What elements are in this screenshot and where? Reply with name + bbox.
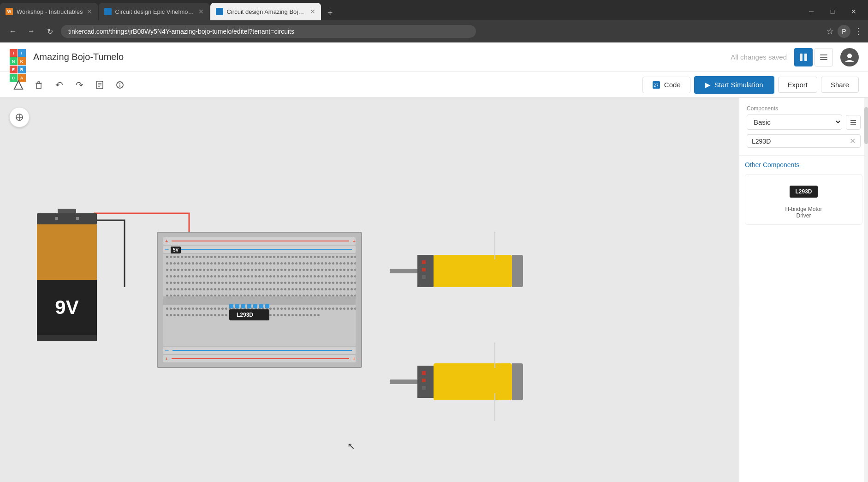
tab-workshop-label: Workshop - Instructables: [17, 8, 83, 15]
logo-t: T: [10, 49, 18, 57]
inspector-icon: [115, 80, 125, 90]
schematic-view-button[interactable]: [794, 48, 813, 66]
svg-point-5: [847, 54, 852, 58]
canvas-area[interactable]: 9V + + ─ 5V: [0, 98, 739, 482]
motor-1-shaft-left: [390, 269, 417, 273]
close-button[interactable]: ✕: [843, 3, 864, 20]
sidebar-scrollbar[interactable]: [864, 98, 868, 482]
l293d-component-card[interactable]: L293D H-bridge MotorDriver: [745, 174, 862, 225]
battery-black-body: 9V: [37, 280, 97, 335]
other-components-label: Other Components: [745, 161, 862, 169]
motor-1[interactable]: [390, 255, 523, 287]
user-avatar[interactable]: [840, 48, 859, 66]
delete-button[interactable]: [30, 76, 48, 94]
start-simulation-button[interactable]: ▶ Start Simulation: [694, 76, 774, 94]
motor-2-body: [434, 363, 512, 400]
undo-button[interactable]: ↶: [50, 76, 68, 94]
tab-workshop-close[interactable]: ✕: [87, 8, 92, 15]
svg-point-15: [119, 83, 120, 84]
logo-i: I: [18, 49, 26, 57]
motor-1-endcap: [512, 255, 523, 287]
maximize-button[interactable]: □: [822, 3, 843, 20]
notes-icon: [95, 80, 104, 90]
share-button[interactable]: Share: [821, 77, 859, 93]
export-button[interactable]: Export: [778, 77, 817, 93]
svg-rect-3: [820, 57, 827, 58]
components-category-label: Components: [747, 105, 861, 112]
tab-epic[interactable]: Circuit design Epic Vihelmo-Bige... ✕: [99, 3, 209, 20]
battery-voltage-label: 9V: [55, 296, 78, 319]
battery-terminal: [58, 209, 76, 213]
address-input[interactable]: [61, 25, 476, 38]
tab-workshop[interactable]: W Workshop - Instructables ✕: [0, 3, 98, 20]
refresh-button[interactable]: ↻: [42, 24, 57, 39]
motor-1-connector: [417, 255, 434, 287]
logo-n: N: [10, 57, 18, 65]
minimize-button[interactable]: ─: [801, 3, 822, 20]
project-title: Amazing Bojo-Tumelo: [33, 52, 124, 62]
battery-component[interactable]: 9V: [37, 209, 97, 341]
motor-2-endcap: [512, 363, 523, 400]
l293d-chip[interactable]: L293D: [229, 304, 269, 320]
saved-status: All changes saved: [731, 53, 787, 61]
svg-rect-23: [850, 122, 856, 123]
search-clear-button[interactable]: ✕: [850, 137, 856, 145]
shapes-tool-button[interactable]: [9, 76, 28, 94]
epic-favicon: [104, 8, 112, 15]
sidebar-collapse-button[interactable]: ›: [739, 286, 739, 307]
tab-epic-close[interactable]: ✕: [198, 8, 204, 15]
redo-button[interactable]: ↷: [70, 76, 89, 94]
tab-amazing-close[interactable]: ✕: [310, 8, 315, 15]
main-area: 9V + + ─ 5V: [0, 98, 868, 482]
tab-amazing[interactable]: Circuit design Amazing Bojo-Tum... ✕: [210, 3, 321, 20]
profile-icon[interactable]: P: [838, 25, 850, 38]
bottom-blue-rail: ─: [163, 347, 356, 354]
tab-amazing-label: Circuit design Amazing Bojo-Tum...: [227, 8, 306, 15]
tinkercad-logo: T I N K E R C A: [9, 49, 26, 66]
play-icon: ▶: [705, 81, 711, 89]
view-toggle: [794, 48, 833, 66]
motor-2-connector-line-bottom: [494, 393, 495, 421]
zoom-fit-button[interactable]: [9, 107, 30, 127]
list-view-toggle-button[interactable]: [846, 115, 861, 130]
address-bar-row: ← → ↻ ☆ P ⋮: [0, 20, 868, 42]
l293d-component-image: L293D: [785, 180, 822, 203]
top-red-rail: + +: [163, 237, 356, 245]
battery-orange-body: [37, 224, 97, 280]
chip-label: L293D: [229, 309, 269, 320]
motor-2[interactable]: [390, 363, 523, 400]
sidebar-header: Components Basic ✕: [739, 98, 868, 156]
avatar-icon: [844, 52, 855, 63]
list-view-header-button[interactable]: [814, 48, 833, 66]
notes-button[interactable]: [90, 76, 109, 94]
breadboard[interactable]: + + ─ 5V: [157, 232, 362, 368]
code-label: Code: [664, 81, 681, 89]
sidebar-content: Other Components L293D H-bridge MotorDri…: [739, 156, 868, 482]
app-header: T I N K E R C A Amazing Bojo-Tumelo All …: [0, 42, 868, 72]
motor-2-shaft-left: [390, 380, 417, 384]
logo-r: R: [18, 66, 26, 73]
inspector-button[interactable]: [111, 76, 129, 94]
components-dropdown[interactable]: Basic: [747, 114, 842, 130]
svg-rect-2: [820, 54, 827, 55]
cursor: ↖: [347, 440, 355, 452]
workshop-favicon: W: [6, 8, 13, 15]
sidebar-scrollbar-thumb[interactable]: [864, 107, 868, 144]
svg-rect-7: [36, 84, 41, 89]
toolbar-right: 27 Code ▶ Start Simulation Export Share: [642, 76, 859, 94]
tab-bar: W Workshop - Instructables ✕ Circuit des…: [0, 0, 868, 20]
menu-icon[interactable]: ⋮: [854, 26, 862, 36]
logo-e: E: [10, 66, 18, 73]
search-input[interactable]: [752, 138, 850, 145]
wire-canvas: [0, 98, 739, 482]
forward-button[interactable]: →: [24, 24, 39, 39]
code-icon: 27: [652, 81, 660, 89]
bookmark-icon[interactable]: ☆: [826, 26, 834, 36]
delete-icon: [34, 80, 43, 90]
shapes-icon: [13, 80, 24, 90]
code-button[interactable]: 27 Code: [642, 77, 690, 93]
back-button[interactable]: ←: [6, 24, 20, 39]
motor-1-body: [434, 255, 512, 287]
components-select-row: Basic: [747, 114, 861, 130]
new-tab-button[interactable]: +: [323, 6, 338, 20]
